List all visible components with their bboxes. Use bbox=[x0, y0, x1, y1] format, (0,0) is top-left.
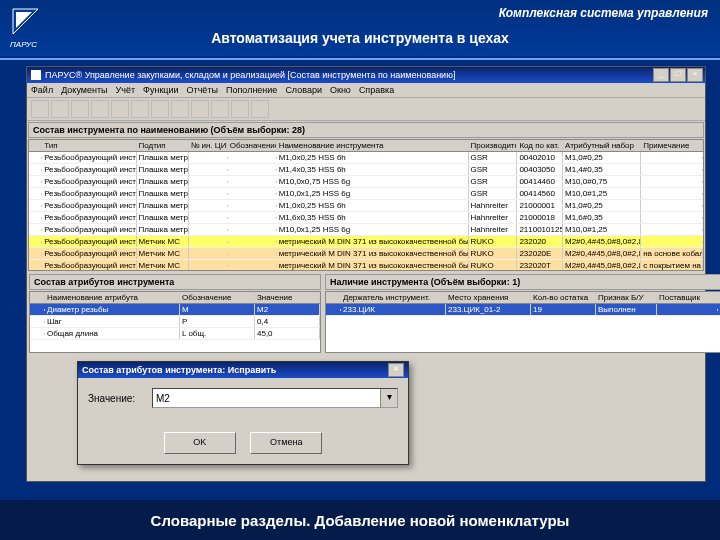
table-row[interactable]: Резьбообразующий инструМетчик МСметричес… bbox=[29, 248, 703, 260]
maximize-button[interactable]: □ bbox=[670, 68, 686, 82]
col-header[interactable]: Примечание bbox=[641, 140, 703, 151]
menu-item[interactable]: Отчёты bbox=[187, 85, 218, 95]
svg-marker-1 bbox=[16, 12, 32, 28]
tb-btn[interactable] bbox=[51, 100, 69, 118]
col-header[interactable] bbox=[30, 292, 45, 303]
col-header[interactable]: Обозначение bbox=[228, 140, 277, 151]
tb-btn[interactable] bbox=[151, 100, 169, 118]
col-header[interactable]: Атрибутный набор bbox=[563, 140, 641, 151]
ok-button[interactable]: OK bbox=[164, 432, 236, 454]
tb-btn[interactable] bbox=[91, 100, 109, 118]
menu-item[interactable]: Учёт bbox=[116, 85, 136, 95]
tb-btn[interactable] bbox=[111, 100, 129, 118]
col-header[interactable]: Код по кат. ↑ bbox=[517, 140, 563, 151]
dialog-close-icon[interactable]: × bbox=[388, 363, 404, 377]
table-row[interactable]: Резьбообразующий инструМетчик МСметричес… bbox=[29, 260, 703, 271]
menu-item[interactable]: Документы bbox=[61, 85, 107, 95]
table-row[interactable]: Резьбообразующий инструПлашка метр.M10,0… bbox=[29, 188, 703, 200]
col-header[interactable]: Держатель инструмент. bbox=[341, 292, 446, 303]
table-row[interactable]: Резьбообразующий инструМетчик МСметричес… bbox=[29, 236, 703, 248]
toolbar bbox=[27, 98, 705, 121]
tb-btn[interactable] bbox=[231, 100, 249, 118]
col-header[interactable] bbox=[326, 292, 341, 303]
brand-subtitle: Комплексная система управления bbox=[499, 6, 708, 20]
menu-item[interactable]: Пополнение bbox=[226, 85, 277, 95]
col-header[interactable]: Значение bbox=[255, 292, 320, 303]
app-window: ПАРУС® Управление закупками, складом и р… bbox=[26, 66, 706, 482]
close-button[interactable]: × bbox=[687, 68, 703, 82]
titlebar[interactable]: ПАРУС® Управление закупками, складом и р… bbox=[27, 67, 705, 83]
table-row[interactable]: Резьбообразующий инструПлашка метр.M10,0… bbox=[29, 224, 703, 236]
col-header[interactable]: Кол-во остатка bbox=[531, 292, 596, 303]
table-row[interactable]: Резьбообразующий инструПлашка метр.M1,4x… bbox=[29, 164, 703, 176]
table-row[interactable]: Резьбообразующий инструПлашка метр.M1,6x… bbox=[29, 212, 703, 224]
col-header[interactable]: Тип bbox=[42, 140, 136, 151]
tb-btn[interactable] bbox=[191, 100, 209, 118]
footer-caption: Словарные разделы. Добавление новой номе… bbox=[0, 500, 720, 540]
brand-bar: ПАРУС Комплексная система управления Авт… bbox=[0, 0, 720, 56]
menu-item[interactable]: Окно bbox=[330, 85, 351, 95]
minimize-button[interactable]: _ bbox=[653, 68, 669, 82]
col-header[interactable]: Производитель bbox=[469, 140, 518, 151]
main-grid[interactable]: ТипПодтип№ ин. ЦИСОбозначениеНаименовани… bbox=[28, 139, 704, 271]
tb-btn[interactable] bbox=[171, 100, 189, 118]
value-combobox[interactable]: M2 ▾ bbox=[152, 388, 398, 408]
col-header[interactable]: Наименование атрибута bbox=[45, 292, 180, 303]
slide-title: Автоматизация учета инструмента в цехах bbox=[0, 30, 720, 46]
table-row[interactable]: ШагP0,4 bbox=[30, 316, 320, 328]
section-header-attrs: Состав атрибутов инструмента bbox=[29, 274, 321, 290]
attrs-grid[interactable]: Наименование атрибутаОбозначениеЗначение… bbox=[29, 291, 321, 353]
section-header-stock: Наличие инструмента (Объём выборки: 1) bbox=[325, 274, 720, 290]
chevron-down-icon[interactable]: ▾ bbox=[380, 389, 397, 407]
tb-btn[interactable] bbox=[71, 100, 89, 118]
col-header[interactable]: Признак Б/У bbox=[596, 292, 657, 303]
app-title: ПАРУС® Управление закупками, складом и р… bbox=[45, 70, 455, 80]
edit-dialog: Состав атрибутов инструмента: Исправить … bbox=[77, 361, 409, 465]
tb-btn[interactable] bbox=[251, 100, 269, 118]
menubar: Файл Документы Учёт Функции Отчёты Попол… bbox=[27, 83, 705, 98]
col-header[interactable]: Подтип bbox=[137, 140, 189, 151]
tb-btn[interactable] bbox=[211, 100, 229, 118]
col-header[interactable] bbox=[29, 140, 42, 151]
col-header[interactable]: Место хранения bbox=[446, 292, 531, 303]
menu-item[interactable]: Функции bbox=[143, 85, 178, 95]
value-label: Значение: bbox=[88, 393, 152, 404]
col-header[interactable]: Обозначение bbox=[180, 292, 255, 303]
table-row[interactable]: Резьбообразующий инструПлашка метр.M1,0x… bbox=[29, 200, 703, 212]
section-header-main: Состав инструмента по наименованию (Объё… bbox=[28, 122, 704, 138]
cancel-button[interactable]: Отмена bbox=[250, 432, 322, 454]
stock-grid[interactable]: Держатель инструмент.Место храненияКол-в… bbox=[325, 291, 720, 353]
table-row[interactable]: Резьбообразующий инструПлашка метр.M10,0… bbox=[29, 176, 703, 188]
menu-item[interactable]: Словари bbox=[285, 85, 322, 95]
tb-btn[interactable] bbox=[131, 100, 149, 118]
app-icon bbox=[31, 70, 41, 80]
table-row[interactable]: Диаметр резьбыMM2 bbox=[30, 304, 320, 316]
menu-item[interactable]: Справка bbox=[359, 85, 394, 95]
tb-btn[interactable] bbox=[31, 100, 49, 118]
table-row[interactable]: Резьбообразующий инструПлашка метр.M1,0x… bbox=[29, 152, 703, 164]
value-field[interactable]: M2 bbox=[156, 393, 170, 404]
table-row[interactable]: Общая длинаL общ.45,0 bbox=[30, 328, 320, 340]
col-header[interactable]: № ин. ЦИС bbox=[189, 140, 228, 151]
menu-item[interactable]: Файл bbox=[31, 85, 53, 95]
col-header[interactable]: Поставщик bbox=[657, 292, 718, 303]
table-row[interactable]: 233.ЦИК233.ЦИК_01-219Выполнен bbox=[326, 304, 720, 316]
col-header[interactable]: Наименование инструмента bbox=[277, 140, 469, 151]
dialog-title[interactable]: Состав атрибутов инструмента: Исправить … bbox=[78, 362, 408, 378]
